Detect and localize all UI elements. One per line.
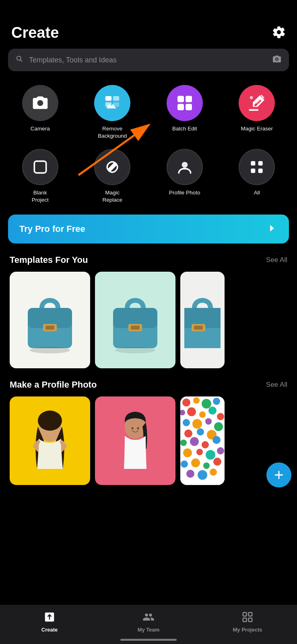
template-card-2[interactable] bbox=[95, 272, 175, 368]
svg-point-45 bbox=[187, 407, 196, 416]
tool-grid: Camera RemoveBackground Batch Edit Magic… bbox=[0, 81, 297, 213]
search-placeholder: Templates, Tools and Ideas bbox=[29, 56, 267, 64]
template-card-3[interactable] bbox=[180, 272, 225, 368]
tool-remove-bg[interactable]: RemoveBackground bbox=[76, 81, 149, 145]
svg-rect-2 bbox=[113, 96, 119, 101]
nav-create-label: Create bbox=[41, 627, 58, 633]
template-card-1[interactable] bbox=[10, 272, 90, 368]
bottom-nav: Create My Team My Projects bbox=[0, 605, 297, 644]
svg-rect-74 bbox=[249, 618, 252, 622]
svg-rect-14 bbox=[251, 169, 256, 173]
header: Create bbox=[0, 0, 297, 49]
tool-magic-replace-label: MagicReplace bbox=[102, 189, 122, 203]
pro-arrow-icon bbox=[266, 223, 278, 235]
svg-point-34 bbox=[38, 411, 62, 431]
nav-my-projects-icon bbox=[241, 611, 254, 625]
svg-point-27 bbox=[115, 347, 155, 353]
svg-point-67 bbox=[213, 458, 221, 466]
settings-icon[interactable] bbox=[272, 25, 286, 41]
svg-point-65 bbox=[191, 458, 200, 467]
svg-rect-5 bbox=[177, 96, 184, 102]
tool-camera-label: Camera bbox=[31, 125, 50, 132]
fab-plus-button[interactable] bbox=[266, 462, 291, 487]
pro-banner-text: Try Pro for Free bbox=[19, 224, 85, 234]
templates-section-header: Templates For You See All bbox=[0, 255, 297, 272]
profile-section-header: Make a Profile Photo See All bbox=[0, 380, 297, 396]
profile-section-title: Make a Profile Photo bbox=[10, 380, 97, 390]
page-title: Create bbox=[11, 24, 59, 41]
tool-blank-project[interactable]: BlankProject bbox=[4, 145, 76, 209]
nav-create[interactable]: Create bbox=[0, 611, 99, 633]
svg-rect-1 bbox=[105, 96, 111, 101]
profile-card-2[interactable] bbox=[95, 396, 175, 485]
svg-point-43 bbox=[213, 398, 220, 405]
svg-rect-71 bbox=[243, 613, 247, 616]
tool-batch-edit[interactable]: Batch Edit bbox=[148, 81, 221, 145]
svg-point-51 bbox=[205, 418, 212, 425]
svg-rect-73 bbox=[243, 618, 247, 622]
svg-point-60 bbox=[183, 448, 192, 457]
svg-rect-6 bbox=[186, 96, 192, 102]
tool-batch-edit-label: Batch Edit bbox=[172, 125, 197, 132]
svg-point-52 bbox=[214, 422, 223, 431]
templates-section-title: Templates For You bbox=[10, 255, 88, 265]
svg-point-11 bbox=[182, 162, 188, 168]
nav-my-team[interactable]: My Team bbox=[99, 611, 198, 633]
svg-point-22 bbox=[30, 347, 70, 353]
tool-magic-replace[interactable]: MagicReplace bbox=[76, 145, 149, 209]
svg-point-69 bbox=[198, 470, 207, 480]
svg-point-0 bbox=[39, 102, 41, 104]
svg-point-42 bbox=[202, 399, 211, 409]
tool-blank-project-label: BlankProject bbox=[32, 189, 49, 203]
svg-point-58 bbox=[202, 441, 209, 448]
search-icon bbox=[15, 55, 24, 65]
tool-profile-photo[interactable]: Profile Photo bbox=[148, 145, 221, 209]
nav-my-team-icon bbox=[142, 611, 155, 625]
svg-rect-72 bbox=[249, 613, 252, 616]
tool-camera[interactable]: Camera bbox=[4, 81, 76, 145]
profile-cards-row bbox=[0, 396, 297, 493]
svg-point-48 bbox=[217, 413, 224, 420]
pro-banner[interactable]: Try Pro for Free bbox=[8, 215, 289, 244]
camera-search-icon[interactable] bbox=[272, 54, 282, 66]
svg-point-68 bbox=[186, 470, 194, 478]
svg-point-64 bbox=[181, 460, 188, 468]
svg-point-56 bbox=[180, 440, 187, 446]
svg-point-61 bbox=[196, 449, 203, 455]
templates-see-all[interactable]: See All bbox=[266, 256, 287, 264]
svg-point-46 bbox=[199, 411, 206, 418]
nav-my-projects[interactable]: My Projects bbox=[198, 611, 297, 633]
svg-point-70 bbox=[210, 469, 217, 476]
svg-point-41 bbox=[193, 397, 200, 404]
svg-rect-26 bbox=[131, 326, 140, 330]
svg-point-37 bbox=[132, 427, 134, 429]
svg-point-66 bbox=[203, 462, 210, 469]
tool-all[interactable]: All bbox=[221, 145, 293, 209]
nav-create-icon bbox=[43, 611, 56, 625]
svg-point-63 bbox=[217, 447, 224, 454]
tool-all-label: All bbox=[254, 189, 260, 196]
nav-my-projects-label: My Projects bbox=[233, 627, 262, 633]
profile-card-3[interactable] bbox=[180, 396, 225, 485]
svg-rect-21 bbox=[45, 326, 54, 330]
profile-see-all[interactable]: See All bbox=[266, 381, 287, 389]
svg-rect-7 bbox=[177, 104, 184, 110]
svg-rect-13 bbox=[258, 161, 263, 165]
svg-rect-10 bbox=[34, 161, 46, 173]
svg-point-40 bbox=[182, 398, 190, 407]
tool-magic-eraser[interactable]: Magic Eraser bbox=[221, 81, 293, 145]
nav-my-team-label: My Team bbox=[138, 627, 160, 633]
search-bar[interactable]: Templates, Tools and Ideas bbox=[8, 49, 289, 71]
svg-rect-12 bbox=[251, 161, 256, 165]
svg-point-47 bbox=[208, 407, 217, 415]
svg-rect-15 bbox=[258, 169, 263, 173]
svg-point-54 bbox=[197, 428, 204, 436]
svg-point-62 bbox=[206, 450, 215, 460]
tool-magic-eraser-label: Magic Eraser bbox=[241, 125, 273, 132]
svg-point-59 bbox=[212, 436, 221, 444]
profile-card-1[interactable] bbox=[10, 396, 90, 485]
svg-point-49 bbox=[183, 419, 190, 426]
svg-rect-8 bbox=[186, 104, 192, 110]
svg-point-50 bbox=[192, 419, 202, 429]
svg-point-38 bbox=[137, 427, 139, 429]
